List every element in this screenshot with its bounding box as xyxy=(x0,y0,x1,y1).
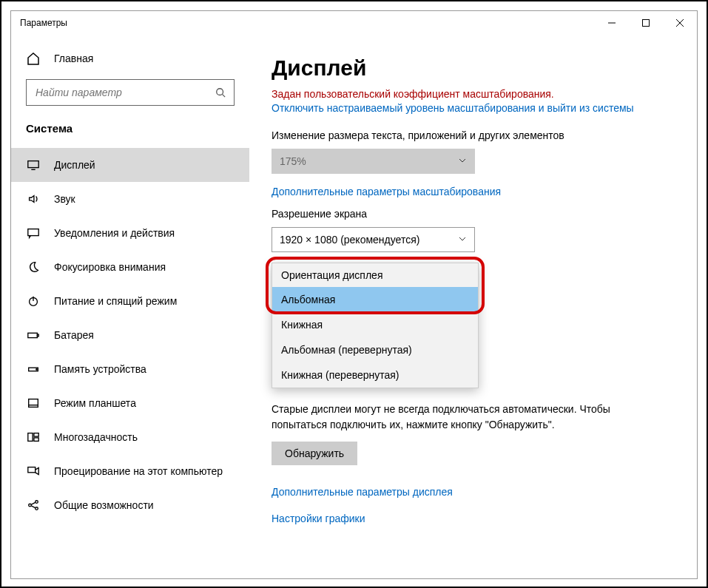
home-icon xyxy=(26,51,41,66)
chevron-down-icon xyxy=(458,234,467,246)
page-title: Дисплей xyxy=(272,55,675,81)
sidebar: Главная Система Дисплей Звук xyxy=(11,35,249,578)
minimize-button[interactable] xyxy=(595,11,629,35)
sidebar-item-storage[interactable]: Память устройства xyxy=(11,352,249,386)
orientation-option-portrait[interactable]: Книжная xyxy=(272,312,478,337)
sidebar-item-multitask[interactable]: Многозадачность xyxy=(11,420,249,454)
orientation-option-portrait-flipped[interactable]: Книжная (перевернутая) xyxy=(272,362,478,388)
orientation-option-landscape-flipped[interactable]: Альбомная (перевернутая) xyxy=(272,337,478,362)
scale-select[interactable]: 175% xyxy=(272,149,475,174)
home-button[interactable]: Главная xyxy=(26,44,235,73)
battery-icon xyxy=(26,328,41,342)
scale-label: Изменение размера текста, приложений и д… xyxy=(272,129,675,141)
storage-icon xyxy=(26,362,41,376)
svg-line-24 xyxy=(31,502,35,504)
svg-point-4 xyxy=(217,89,223,95)
svg-line-25 xyxy=(31,506,35,508)
main-panel: Дисплей Задан пользовательский коэффицие… xyxy=(249,35,697,578)
advanced-scaling-link[interactable]: Дополнительные параметры масштабирования xyxy=(272,186,675,197)
resolution-label: Разрешение экрана xyxy=(272,208,675,220)
sidebar-item-display[interactable]: Дисплей xyxy=(11,148,249,182)
orientation-dropdown: Ориентация дисплея Альбомная Книжная Аль… xyxy=(272,263,675,388)
project-icon xyxy=(26,464,41,479)
search-box[interactable] xyxy=(26,79,235,106)
search-icon xyxy=(207,87,234,98)
svg-point-22 xyxy=(36,501,38,504)
sidebar-item-label: Питание и спящий режим xyxy=(54,295,177,307)
search-input[interactable] xyxy=(27,87,207,98)
category-title: Система xyxy=(26,115,235,148)
svg-rect-17 xyxy=(28,433,33,442)
titlebar: Параметры xyxy=(11,11,697,35)
svg-point-14 xyxy=(36,369,37,370)
sidebar-item-power[interactable]: Питание и спящий режим xyxy=(11,284,249,318)
detect-button[interactable]: Обнаружить xyxy=(272,442,357,465)
sidebar-item-label: Батарея xyxy=(54,329,94,341)
maximize-button[interactable] xyxy=(629,11,663,35)
scale-value: 175% xyxy=(280,155,306,167)
sidebar-item-battery[interactable]: Батарея xyxy=(11,318,249,352)
svg-rect-18 xyxy=(34,433,38,437)
power-icon xyxy=(26,294,41,308)
svg-rect-1 xyxy=(643,20,650,27)
sidebar-item-projecting[interactable]: Проецирование на этот компьютер xyxy=(11,454,249,488)
moon-icon xyxy=(26,260,41,274)
sidebar-item-focus[interactable]: Фокусировка внимания xyxy=(11,250,249,284)
resolution-value: 1920 × 1080 (рекомендуется) xyxy=(280,234,419,246)
tablet-icon xyxy=(26,396,41,410)
svg-rect-12 xyxy=(37,334,38,337)
sound-icon xyxy=(26,192,41,206)
close-button[interactable] xyxy=(663,11,697,35)
settings-window: Параметры Главная xyxy=(10,10,698,579)
orientation-header: Ориентация дисплея xyxy=(272,263,478,287)
sidebar-item-label: Фокусировка внимания xyxy=(54,261,166,273)
monitor-icon xyxy=(26,158,41,172)
close-icon xyxy=(676,19,684,27)
resolution-select[interactable]: 1920 × 1080 (рекомендуется) xyxy=(272,227,475,252)
sidebar-item-notifications[interactable]: Уведомления и действия xyxy=(11,216,249,250)
svg-rect-11 xyxy=(28,333,38,337)
sidebar-item-label: Память устройства xyxy=(54,363,146,375)
svg-point-23 xyxy=(36,507,38,510)
old-displays-text: Старые дисплеи могут не всегда подключат… xyxy=(272,402,641,433)
sidebar-item-label: Проецирование на этот компьютер xyxy=(54,465,223,477)
svg-rect-15 xyxy=(29,399,38,408)
chevron-down-icon xyxy=(458,155,467,167)
svg-line-5 xyxy=(223,95,226,98)
sidebar-item-label: Дисплей xyxy=(54,159,95,171)
home-label: Главная xyxy=(54,53,93,64)
window-title: Параметры xyxy=(20,18,67,28)
message-icon xyxy=(26,226,41,240)
sidebar-item-tablet[interactable]: Режим планшета xyxy=(11,386,249,420)
share-icon xyxy=(26,498,41,513)
graphics-settings-link[interactable]: Настройки графики xyxy=(272,513,675,524)
svg-rect-19 xyxy=(34,438,38,442)
orientation-panel: Ориентация дисплея Альбомная Книжная Аль… xyxy=(272,263,479,388)
orientation-option-landscape[interactable]: Альбомная xyxy=(272,287,478,312)
svg-rect-8 xyxy=(28,229,38,236)
svg-rect-6 xyxy=(28,161,38,168)
advanced-display-link[interactable]: Дополнительные параметры дисплея xyxy=(272,486,675,498)
sidebar-item-shared[interactable]: Общие возможности xyxy=(11,488,249,522)
sidebar-item-label: Многозадачность xyxy=(54,431,138,443)
sidebar-item-label: Звук xyxy=(54,193,75,205)
sidebar-item-sound[interactable]: Звук xyxy=(11,182,249,216)
multitask-icon xyxy=(26,430,41,445)
scaling-warning: Задан пользовательский коэффициент масшт… xyxy=(272,88,675,100)
svg-point-21 xyxy=(29,504,32,507)
sidebar-item-label: Режим планшета xyxy=(54,397,136,409)
maximize-icon xyxy=(642,19,650,27)
sidebar-item-label: Уведомления и действия xyxy=(54,227,175,239)
disable-scaling-link[interactable]: Отключить настраиваемый уровень масштаби… xyxy=(272,101,675,116)
minimize-icon xyxy=(608,19,616,27)
sidebar-item-label: Общие возможности xyxy=(54,499,154,511)
svg-rect-20 xyxy=(28,467,36,473)
nav-list: Дисплей Звук Уведомления и действия Фоку… xyxy=(11,148,249,578)
